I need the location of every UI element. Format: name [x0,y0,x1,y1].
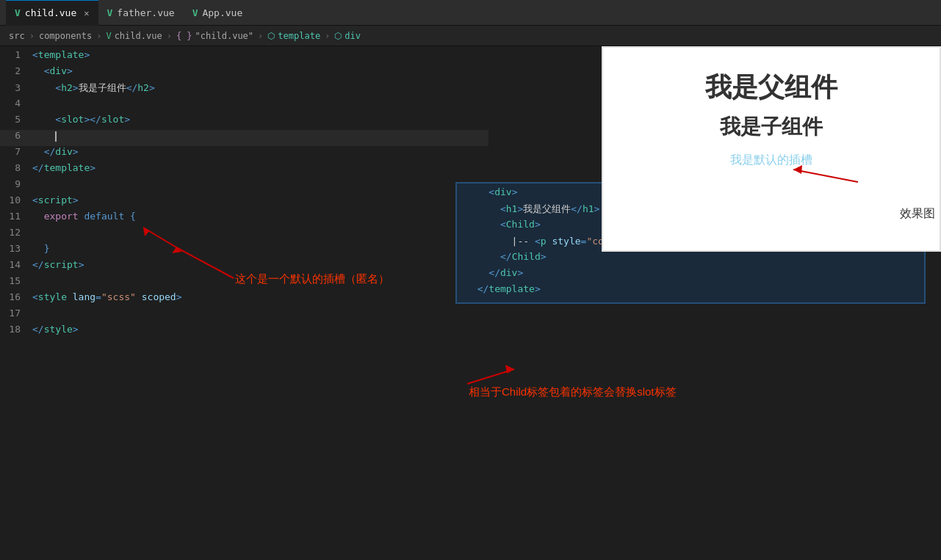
main-area: 1 <template> 2 <div> 3 <h2>我是子组件</h2> 4 … [0,46,941,560]
breadcrumb-child-vue: child.vue [115,31,162,41]
tab-child-vue[interactable]: V child.vue ✕ [6,0,98,26]
father-line-7: </template> [457,283,924,299]
preview-panel: 我是父组件 我是子组件 我是默认的插槽 [602,46,941,252]
code-line-2: 2 <div> [0,65,488,81]
code-line-11: 11 export default { [0,211,488,227]
code-line-7: 7 </div> [0,146,488,162]
tab-father-label: father.vue [117,7,174,18]
breadcrumb-obj-icon: { } [176,31,192,41]
father-line-5: </Child> [457,251,924,267]
breadcrumb-div: div [345,31,361,41]
breadcrumb: src › components › V child.vue › { } "ch… [0,26,941,46]
code-line-12: 12 [0,227,488,243]
preview-father-title: 我是父组件 [705,70,837,106]
code-line-1: 1 <template> [0,49,488,65]
code-line-6: 6 [0,130,488,146]
preview-child-title: 我是子组件 [720,113,823,141]
father-line-6: </div> [457,267,924,283]
tab-bar: V child.vue ✕ V father.vue V App.vue [0,0,941,26]
breadcrumb-vue-icon: V [106,31,111,41]
annotation-default-slot: 这个是一个默认的插槽（匿名） [235,272,389,286]
tab-child-label: child.vue [25,7,76,18]
code-line-17: 17 [0,308,488,324]
breadcrumb-components: components [39,31,92,41]
tab-father-vue[interactable]: V father.vue [98,0,184,26]
code-line-4: 4 [0,98,488,114]
vue-icon-father: V [107,7,113,18]
close-tab-child[interactable]: ✕ [84,8,89,18]
svg-marker-7 [505,365,514,374]
code-line-5: 5 <slot></slot> [0,114,488,130]
code-line-16: 16 <style lang="scss" scoped> [0,291,488,308]
code-line-13: 13 } [0,243,488,259]
breadcrumb-div-icon: ⬡ [334,31,342,41]
tab-app-vue[interactable]: V App.vue [184,0,252,26]
code-line-10: 10 <script> [0,194,488,211]
breadcrumb-tmpl-icon: ⬡ [267,31,275,41]
code-line-18: 18 </style> [0,324,488,340]
breadcrumb-src: src [9,31,25,41]
code-line-8: 8 </template> [0,162,488,178]
annotation-replace-slot: 相当于Child标签包着的标签会替换slot标签 [469,385,677,399]
code-line-9: 9 [0,178,488,194]
code-editor-child[interactable]: 1 <template> 2 <div> 3 <h2>我是子组件</h2> 4 … [0,46,488,560]
code-line-3: 3 <h2>我是子组件</h2> [0,81,488,98]
preview-slot-text: 我是默认的插槽 [730,153,812,168]
breadcrumb-template: template [278,31,320,41]
vue-icon-app: V [192,7,198,18]
tab-app-label: App.vue [202,7,242,18]
vue-icon: V [15,7,21,18]
breadcrumb-child-name: "child.vue" [195,31,253,41]
effect-label: 效果图 [900,206,935,222]
